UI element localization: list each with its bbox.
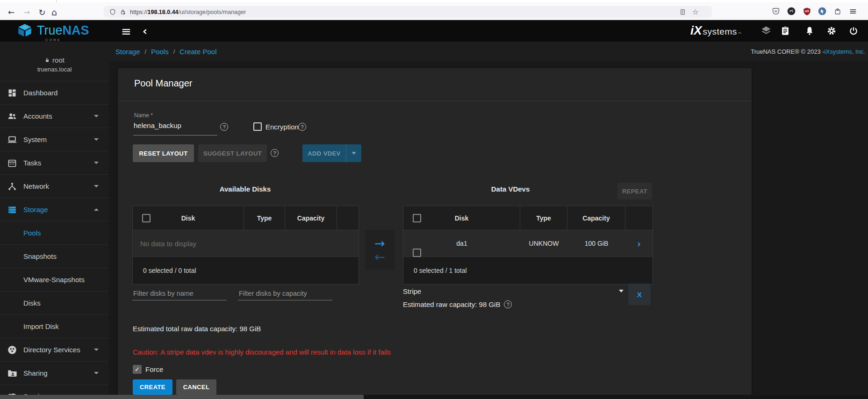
browser-forward-button[interactable]: →: [20, 6, 33, 19]
browser-menu-icon[interactable]: ≡: [847, 6, 859, 17]
data-vdevs-table-footer: 0 selected / 1 total: [403, 257, 653, 284]
row-expand-chevron[interactable]: ›: [625, 238, 653, 249]
sidebar-hostname: truenas.local: [37, 66, 72, 73]
available-table-footer: 0 selected / 0 total: [133, 257, 359, 284]
sidebar-item-disks[interactable]: Disks: [0, 292, 109, 315]
horizontal-scrollbar: [0, 395, 868, 399]
sidebar-item-accounts[interactable]: Accounts: [0, 105, 109, 128]
collapse-chevron-icon[interactable]: ‹: [138, 24, 152, 38]
available-disks-table: Disk Type Capacity No data to display 0 …: [132, 206, 359, 285]
sidebar-item-tasks[interactable]: Tasks: [0, 151, 109, 175]
bookmark-star-icon[interactable]: ☆: [690, 7, 701, 17]
create-button[interactable]: CREATE: [133, 379, 172, 395]
sidenav-toggle-icon[interactable]: ≡: [119, 24, 133, 38]
sidebar-item-label: Storage: [23, 206, 48, 214]
sidebar-user-block: root truenas.local: [0, 42, 109, 81]
sidebar-item-dashboard[interactable]: Dashboard: [0, 81, 109, 105]
lock-warning-icon[interactable]: [118, 7, 128, 17]
select-all-checkbox[interactable]: [142, 214, 151, 222]
sidebar-item-pools[interactable]: Pools: [0, 221, 109, 245]
plugins-layers-icon[interactable]: [760, 24, 773, 37]
add-vdev-button[interactable]: ADD VDEV: [302, 144, 361, 162]
raw-capacity-help-icon[interactable]: ?: [504, 300, 512, 308]
url-scheme: https://: [130, 9, 148, 15]
url-bar[interactable]: https://198.18.0.44/ui/storage/pools/man…: [104, 6, 712, 18]
filter-name-input[interactable]: [132, 290, 227, 300]
sidebar-item-directory-services[interactable]: Directory Services: [0, 338, 109, 362]
ix-tm: ™: [738, 32, 741, 35]
tasks-icon: [7, 157, 18, 169]
sidebar-item-label: Snapshots: [23, 252, 57, 260]
browser-home-button[interactable]: ⌂: [48, 6, 61, 19]
add-vdev-label: ADD VDEV: [302, 144, 346, 162]
browser-reload-button[interactable]: ↻: [36, 6, 49, 19]
column-label: Type: [257, 214, 272, 222]
breadcrumb-bar: Storage / Pools / Create Pool TrueNAS CO…: [109, 42, 868, 61]
notifications-bell-icon[interactable]: [803, 24, 816, 37]
caution-text: Caution: A stripe data vdev is highly di…: [133, 348, 391, 356]
reset-layout-button[interactable]: RESET LAYOUT: [133, 144, 194, 162]
column-label: Capacity: [582, 214, 610, 222]
svg-text:uO: uO: [805, 9, 809, 13]
breadcrumb-create-pool[interactable]: Create Pool: [179, 48, 216, 56]
task-manager-clipboard-icon[interactable]: [779, 24, 792, 37]
ixsystems-logo: iX systems ™: [690, 23, 741, 38]
move-left-arrow[interactable]: ←: [374, 250, 385, 263]
pocket-icon[interactable]: [770, 6, 782, 17]
power-icon[interactable]: [847, 24, 860, 37]
row-checkbox[interactable]: [413, 249, 421, 257]
disk-capacity: 100 GiB: [585, 240, 609, 247]
dark-extension-icon[interactable]: [786, 6, 797, 17]
ix-text: systems: [703, 27, 737, 37]
select-all-checkbox[interactable]: [413, 214, 421, 222]
encryption-help-icon[interactable]: ?: [298, 123, 306, 131]
encryption-label: Encryption: [265, 123, 299, 131]
sidebar-item-snapshots[interactable]: Snapshots: [0, 245, 109, 268]
breadcrumb: Storage / Pools / Create Pool: [115, 48, 217, 56]
sidebar-item-sharing[interactable]: Sharing: [0, 362, 109, 385]
sidebar-item-vmware-snapshots[interactable]: VMware-Snapshots: [0, 268, 109, 292]
sidebar-item-network[interactable]: Network: [0, 175, 109, 198]
repeat-button[interactable]: REPEAT: [617, 183, 652, 200]
extensions-puzzle-icon[interactable]: [832, 6, 843, 17]
breadcrumb-pools[interactable]: Pools: [151, 48, 169, 56]
lock-icon: [44, 57, 50, 63]
raw-capacity-row: Estimated raw capacity: 98 GiB ?: [403, 300, 512, 308]
reader-mode-icon[interactable]: [677, 7, 688, 17]
force-checkbox[interactable]: ✓: [133, 365, 142, 374]
cancel-button[interactable]: CANCEL: [176, 379, 216, 395]
name-input[interactable]: [134, 121, 215, 129]
encryption-checkbox[interactable]: [253, 122, 262, 131]
breadcrumb-storage[interactable]: Storage: [115, 48, 140, 56]
sidebar-item-label: Sharing: [23, 369, 48, 377]
sidebar-item-storage[interactable]: Storage: [0, 198, 109, 221]
truenas-logo[interactable]: TrueNAS CORE: [17, 22, 89, 38]
filter-capacity-input[interactable]: [238, 290, 332, 300]
browser-toolbar: ← → ↻ ⌂ https://198.18.0.44/ui/storage/p…: [0, 2, 868, 20]
stripe-select[interactable]: Stripe: [403, 285, 624, 297]
sidebar: root truenas.local Dashboard Accounts Sy…: [0, 42, 109, 399]
truenas-logo-mark: [17, 22, 33, 38]
name-field-label: Name *: [134, 112, 153, 119]
move-right-arrow[interactable]: →: [374, 237, 385, 249]
sidebar-item-import-disk[interactable]: Import Disk: [0, 315, 109, 338]
table-row-da1[interactable]: da1 UNKNOW 100 GiB ›: [403, 230, 653, 257]
browser-back-button[interactable]: ←: [5, 6, 18, 19]
chevron-down-icon: [619, 290, 624, 292]
suggest-layout-button[interactable]: SUGGEST LAYOUT: [198, 144, 267, 162]
remove-vdev-button[interactable]: X: [628, 284, 651, 305]
name-help-icon[interactable]: ?: [220, 123, 228, 131]
sidebar-item-label: Pools: [23, 229, 41, 237]
screen: ← → ↻ ⌂ https://198.18.0.44/ui/storage/p…: [0, 0, 868, 399]
settings-gear-icon[interactable]: [825, 24, 838, 37]
layout-help-icon[interactable]: ?: [271, 149, 279, 157]
header-cell-actions: [625, 206, 653, 230]
horizontal-scrollbar-thumb[interactable]: [0, 395, 364, 399]
cursor-extension-icon[interactable]: [817, 6, 828, 17]
sidebar-item-system[interactable]: System: [0, 128, 109, 151]
ublock-icon[interactable]: uO: [801, 6, 812, 17]
shield-permissions-icon[interactable]: [108, 7, 118, 17]
add-vdev-caret[interactable]: [346, 144, 361, 162]
copyright-link[interactable]: iXsystems, Inc.: [825, 48, 865, 55]
app-header: TrueNAS CORE ≡ ‹ iX systems ™: [0, 20, 868, 42]
